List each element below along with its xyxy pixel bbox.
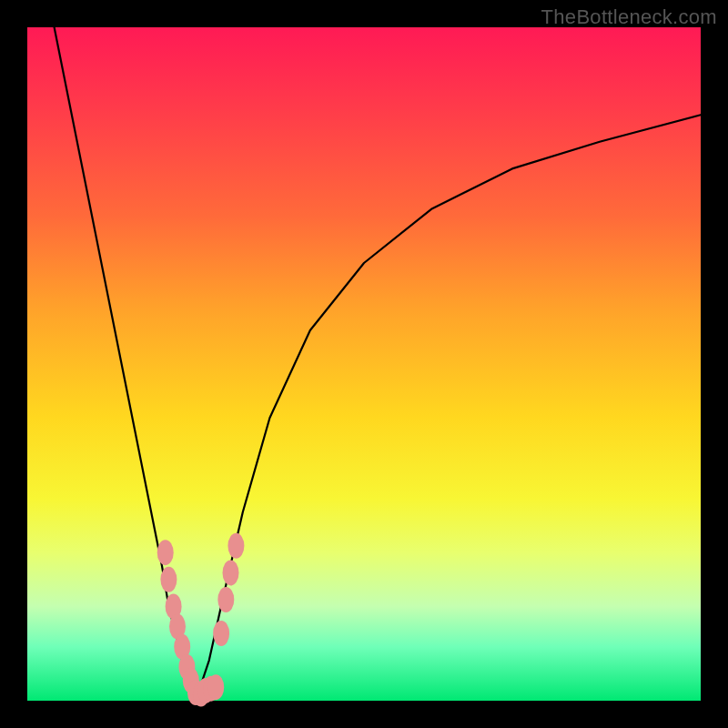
curve-svg <box>27 27 701 701</box>
watermark-text: TheBottleneck.com <box>541 5 717 29</box>
chart-frame: TheBottleneck.com <box>0 0 728 728</box>
curve-right <box>196 115 701 701</box>
plot-area <box>27 27 701 701</box>
marker-dot <box>213 621 229 646</box>
marker-dot <box>157 540 174 565</box>
marker-dot <box>160 567 177 592</box>
marker-dot <box>228 533 244 559</box>
marker-dot <box>207 674 224 700</box>
marker-dot <box>223 560 239 585</box>
marker-dot <box>217 587 234 612</box>
